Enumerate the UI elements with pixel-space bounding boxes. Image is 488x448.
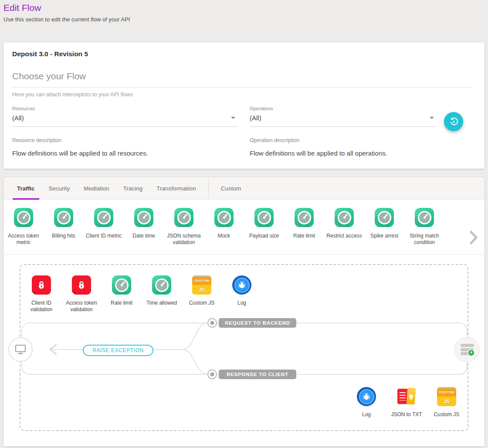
page-subtitle: Use this section to edit the current flo… bbox=[3, 16, 485, 23]
response-to-client-pill[interactable]: RESPONSE TO CLIENT bbox=[219, 370, 296, 379]
resource-description: Flow definitions will be applied to all … bbox=[12, 149, 148, 157]
flow-interceptor-client-id-validation[interactable]: Client ID validation bbox=[21, 275, 61, 313]
gauge-icon bbox=[295, 208, 314, 227]
gauge-icon bbox=[112, 275, 131, 295]
gauge-icon bbox=[94, 208, 113, 227]
flow-interceptor-custom-js-response[interactable]: CUSTOM JS Custom JS bbox=[427, 387, 467, 418]
tab-custom[interactable]: Custom bbox=[214, 177, 248, 200]
tab-transformation[interactable]: Transformation bbox=[149, 177, 203, 200]
resources-select[interactable]: Resources (All) bbox=[12, 106, 237, 127]
gauge-icon bbox=[214, 208, 234, 227]
flow-editor-card: Traffic Security Mediation Tracing Trans… bbox=[3, 177, 485, 446]
flow-interceptor-custom-js[interactable]: CUSTOM JS Custom JS bbox=[182, 275, 222, 313]
gauge-icon bbox=[54, 208, 73, 227]
request-interceptors-row: Client ID validation Access token valida… bbox=[21, 275, 262, 313]
resources-value: (All) bbox=[12, 114, 24, 122]
flow-interceptor-log-response[interactable]: Log bbox=[346, 387, 386, 418]
gauge-icon bbox=[254, 208, 274, 227]
flow-selector-card: Deposit 3.0 - Revision 5 Choose your Flo… bbox=[3, 42, 485, 169]
edit-flow-page: Edit Flow Use this section to edit the c… bbox=[0, 0, 488, 448]
dropdown-caret-icon bbox=[231, 117, 235, 119]
custom-js-icon: CUSTOM JS bbox=[192, 275, 211, 295]
gauge-icon bbox=[14, 208, 33, 227]
bug-icon bbox=[232, 275, 251, 295]
resource-description-label: Resource description bbox=[12, 137, 61, 143]
resources-label: Resources bbox=[12, 106, 237, 111]
chevron-right-icon bbox=[470, 239, 478, 246]
operation-description-label: Operation description bbox=[250, 137, 299, 143]
choose-flow-heading: Choose your Flow bbox=[12, 71, 472, 88]
lock-icon bbox=[32, 275, 51, 295]
tab-tracing[interactable]: Tracing bbox=[116, 177, 150, 200]
add-plus-icon: + bbox=[468, 349, 475, 356]
interceptor-tabs: Traffic Security Mediation Tracing Trans… bbox=[3, 177, 485, 200]
raise-exception-pill[interactable]: RAISE EXCEPTION bbox=[83, 345, 153, 356]
flow-interceptor-rate-limit[interactable]: Rate limit bbox=[102, 275, 142, 313]
custom-js-icon: CUSTOM JS bbox=[437, 387, 456, 406]
gauge-icon bbox=[415, 208, 434, 227]
flow-interceptor-access-token-validation[interactable]: Access token validation bbox=[61, 275, 102, 313]
api-revision-title: Deposit 3.0 - Revision 5 bbox=[12, 50, 88, 58]
request-to-backend-pill[interactable]: REQUEST TO BACKEND bbox=[219, 318, 296, 328]
palette-interceptor-access-token-metric[interactable]: Access token metric bbox=[3, 208, 44, 246]
palette-interceptor-restrict-access[interactable]: Restrict access bbox=[324, 208, 364, 246]
tab-traffic[interactable]: Traffic bbox=[10, 177, 42, 200]
flow-interceptor-json-to-txt[interactable]: JSON to TXT bbox=[386, 387, 427, 418]
palette-interceptor-payload-size[interactable]: Payload size bbox=[244, 208, 284, 246]
interceptor-palette: Access token metric Billing hits Client … bbox=[3, 200, 485, 255]
palette-interceptor-spike-arrest[interactable]: Spike arrest bbox=[364, 208, 404, 246]
client-endpoint bbox=[8, 337, 33, 362]
palette-interceptor-rate-limit[interactable]: Rate limit bbox=[284, 208, 324, 246]
json-to-txt-icon bbox=[397, 387, 416, 406]
operations-label: Operations bbox=[250, 106, 436, 111]
request-node bbox=[208, 319, 217, 327]
operations-value: (All) bbox=[250, 114, 261, 122]
palette-interceptor-mock[interactable]: Mock bbox=[204, 208, 244, 246]
gauge-icon bbox=[174, 208, 193, 227]
flow-interceptor-time-allowed[interactable]: Time allowed bbox=[142, 275, 182, 313]
palette-interceptor-date-time[interactable]: Date time bbox=[124, 208, 164, 246]
page-header: Edit Flow Use this section to edit the c… bbox=[0, 0, 488, 23]
operation-description: Flow definitions will be applied to all … bbox=[250, 149, 387, 157]
palette-scroll-right-button[interactable] bbox=[469, 231, 478, 245]
gauge-icon bbox=[134, 208, 153, 227]
palette-interceptor-client-id-metric[interactable]: Client ID metric bbox=[84, 208, 124, 246]
refresh-icon bbox=[449, 117, 459, 127]
palette-interceptor-string-match-condition[interactable]: String match condition bbox=[404, 208, 444, 246]
operations-select[interactable]: Operations (All) bbox=[250, 106, 436, 127]
tab-security[interactable]: Security bbox=[42, 177, 77, 200]
flow-interceptor-log[interactable]: Log bbox=[222, 275, 262, 313]
gauge-icon bbox=[375, 208, 394, 227]
refresh-flow-button[interactable] bbox=[444, 112, 463, 131]
lock-icon bbox=[72, 275, 91, 295]
gauge-icon bbox=[152, 275, 171, 295]
tab-mediation[interactable]: Mediation bbox=[77, 177, 116, 200]
tab-divider bbox=[208, 179, 209, 198]
choose-flow-hint: Here you can attach interceptors to your… bbox=[12, 92, 133, 98]
dropdown-caret-icon bbox=[430, 117, 434, 119]
monitor-icon bbox=[14, 344, 27, 355]
response-interceptors-row: Log JSON to TXT CUSTOM JS Custom JS bbox=[346, 387, 467, 418]
flow-canvas[interactable]: Client ID validation Access token valida… bbox=[20, 264, 468, 431]
palette-interceptor-json-schema-validation[interactable]: JSON schema validation bbox=[164, 208, 204, 246]
backend-endpoint-add[interactable]: + bbox=[454, 337, 480, 362]
page-title: Edit Flow bbox=[3, 3, 485, 13]
bug-icon bbox=[357, 387, 376, 406]
palette-interceptor-billing-hits[interactable]: Billing hits bbox=[44, 208, 84, 246]
response-node bbox=[208, 370, 217, 379]
gauge-icon bbox=[335, 208, 354, 227]
